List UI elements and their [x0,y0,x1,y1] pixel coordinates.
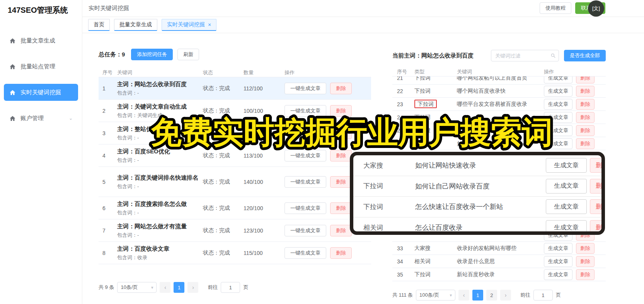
generate-article-button[interactable]: 生成文章 [544,235,572,241]
sidebar-item-account[interactable]: 账户管理 ⌄ [4,110,78,127]
delete-button[interactable]: 删除 [576,138,595,149]
delete-button[interactable]: 删除 [576,256,595,267]
delete-button[interactable]: 删除 [330,127,352,139]
generate-article-button[interactable]: 生成文章 [544,112,572,123]
task-row[interactable]: 3 主词：整站优化包含词：- 状态：完成 一键生成文章删除 [99,122,371,144]
generate-article-button[interactable]: 生成文章 [544,256,572,267]
delete-button[interactable]: 删除 [330,83,352,94]
goto-page-input[interactable] [221,282,240,293]
delete-button[interactable]: 删除 [590,220,605,235]
page-number[interactable]: 1 [174,282,184,293]
task-row[interactable]: 7 主词：网站怎么做才有流量包含词：- 状态：完成 123/100 一键生成文章… [99,219,371,242]
generate-article-button[interactable]: 生成文章 [544,86,572,97]
refresh-button[interactable]: 刷新 [177,49,199,60]
generate-article-button[interactable]: 生成文章 [544,76,572,83]
tab-label: 批量文章生成 [119,21,152,28]
close-icon[interactable]: × [208,22,211,28]
generate-article-button[interactable]: 生成文章 [544,138,572,149]
delete-button[interactable]: 删除 [576,269,595,280]
delete-button[interactable]: 删除 [576,125,595,136]
next-page-button[interactable]: › [187,282,198,293]
tab-batch-article[interactable]: 批量文章生成 [114,19,157,31]
prev-page-button[interactable]: ‹ [458,290,469,301]
keyword-row[interactable]: 34 相关词 收录是什么意思 生成文章删除 [392,255,606,268]
generate-article-button[interactable]: 生成文章 [546,220,587,235]
generate-article-button[interactable]: 一键生成文章 [285,105,326,117]
task-row[interactable]: 5 主词：百度关键词排名快速排名包含词：- 状态：完成 140/100 一键生成… [99,167,371,197]
search-icon [550,53,556,58]
task-row[interactable]: 1 主词：网站怎么收录到百度包含词：- 状态：完成 112/100 一键生成文章… [99,77,371,100]
tutorial-button[interactable]: 使用教程 [540,2,571,14]
generate-article-button[interactable]: 生成文章 [544,243,572,254]
row-index: 22 [397,88,414,94]
generate-article-button[interactable]: 生成文章 [544,269,572,280]
sidebar-item-batch-site[interactable]: 批量站点管理 [4,58,78,75]
generate-article-button[interactable]: 一键生成文章 [285,225,326,236]
page-number[interactable]: 2 [486,290,497,301]
generate-article-button[interactable]: 生成文章 [544,125,572,136]
delete-button[interactable]: 删除 [330,247,352,259]
keyword-row[interactable]: 24 下拉词 生成文章删除 [392,111,606,124]
topbar: 实时关键词挖掘 使用教程 联系 [文] [82,0,644,17]
keyword-row[interactable]: 25 大家搜 生成文章删除 [392,124,606,137]
tab-keyword-mining[interactable]: 实时关键词挖掘 × [162,19,216,31]
generate-article-button[interactable]: 一键生成文章 [285,176,326,188]
keyword-type: 下拉词 [363,202,383,211]
task-row[interactable]: 6 主词：百度搜索排名怎么做包含词：- 状态：完成 120/100 一键生成文章… [99,197,371,219]
next-page-button[interactable]: › [500,290,511,301]
generate-article-button[interactable]: 一键生成文章 [285,127,326,139]
sidebar-item-batch-article[interactable]: 批量文章生成 [4,32,78,49]
task-status: 状态：完成 [203,205,244,212]
generate-article-button[interactable]: 一键生成文章 [285,150,326,161]
tab-home[interactable]: 首页 [88,19,110,31]
task-row[interactable]: 2 主词：关键词文章自动生成包含词：关键词生成 状态：完成 100/100 一键… [99,100,371,122]
delete-button[interactable]: 删除 [576,112,595,123]
floating-widget-icon[interactable]: [文] [588,0,604,17]
delete-button[interactable]: 删除 [576,86,595,97]
goto-page-input[interactable] [533,290,553,301]
delete-button[interactable]: 删除 [576,235,595,241]
breadcrumb: 实时关键词挖掘 [89,5,129,12]
delete-button[interactable]: 删除 [576,76,595,83]
chevron-down-icon: ⌄ [69,115,73,121]
page-suffix: 页 [556,292,561,299]
sidebar-item-keyword-mining[interactable]: 实时关键词挖掘 [4,84,78,101]
keyword-row[interactable]: 23 下拉词 哪些平台发文容易被百度收录 生成文章删除 [392,98,606,111]
task-row[interactable]: 8 主词：百度收录文章包含词：收录 状态：完成 115/100 一键生成文章删除 [99,242,371,264]
page-number[interactable]: 1 [472,290,483,301]
generate-article-button[interactable]: 生成文章 [544,99,572,110]
delete-button[interactable]: 删除 [576,243,595,254]
generate-article-button[interactable]: 一键生成文章 [285,247,326,259]
keyword-row[interactable]: 21 下拉词 哪个网站发帖可以上百度首页 生成文章删除 [392,76,606,85]
keyword-row-partial[interactable]: 生成文章删除 [392,235,606,242]
generate-article-button[interactable]: 一键生成文章 [285,202,326,214]
app-title: 147SEO管理系统 [0,0,82,20]
generate-article-button[interactable]: 生成文章 [546,179,587,194]
keyword-row[interactable]: 33 大家搜 收录好的发帖网站有哪些 生成文章删除 [392,242,606,255]
generate-all-button[interactable]: 是否生成全部 [564,50,606,61]
keyword-row[interactable]: 22 下拉词 哪个网站百度收录快 生成文章删除 [392,85,606,98]
per-page-select[interactable]: 10条/页 ▾ [117,282,157,293]
generate-article-button[interactable]: 生成文章 [546,158,587,173]
keyword-row[interactable]: 35 下拉词 新站百度秒收录 生成文章删除 [392,268,606,281]
delete-button[interactable]: 删除 [590,199,605,214]
delete-button[interactable]: 删除 [576,99,595,110]
delete-button[interactable]: 删除 [330,105,352,117]
delete-button[interactable]: 删除 [330,150,352,161]
delete-button[interactable]: 删除 [330,202,352,214]
per-page-select[interactable]: 100条/页 ▾ [416,290,455,301]
generate-article-button[interactable]: 生成文章 [546,199,587,214]
keyword-row[interactable]: 26 下拉词 如何百度收录网站 生成文章删除 [392,137,606,150]
task-row[interactable]: 4 主词：百度SEO优化包含词：- 状态：完成 113/100 一键生成文章删除 [99,144,371,167]
task-subtitle: 包含词：- [117,134,203,141]
add-task-button[interactable]: 添加挖词任务 [131,49,173,60]
delete-button[interactable]: 删除 [590,158,605,173]
keyword-filter-input[interactable] [491,50,559,61]
delete-button[interactable]: 删除 [330,176,352,188]
task-status: 状态：完成 [203,130,244,137]
delete-button[interactable]: 删除 [330,225,352,236]
delete-button[interactable]: 删除 [590,179,605,194]
prev-page-button[interactable]: ‹ [160,282,170,293]
page: 147SEO管理系统 批量文章生成 批量站点管理 实时关键词挖掘 账户管理 ⌄ … [0,0,644,304]
generate-article-button[interactable]: 一键生成文章 [285,83,326,94]
